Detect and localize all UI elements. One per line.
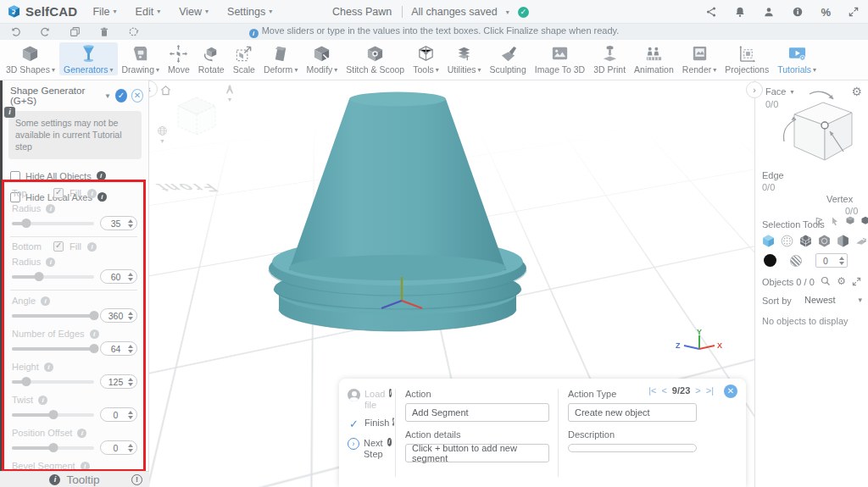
chevron-down-icon[interactable]: ▾ xyxy=(506,8,509,16)
slider-track[interactable] xyxy=(12,380,94,384)
value-input[interactable]: 360 xyxy=(100,308,137,323)
height-slider[interactable]: 125 xyxy=(10,373,137,391)
slider-handle[interactable] xyxy=(22,219,31,228)
info-icon[interactable]: i xyxy=(387,438,392,446)
tool-projections[interactable]: Projections xyxy=(721,42,773,75)
tool-animation[interactable]: Animation xyxy=(630,42,678,75)
slider-handle[interactable] xyxy=(90,311,99,320)
slider-handle[interactable] xyxy=(22,377,31,386)
top-radius-slider[interactable]: 35 xyxy=(10,214,137,233)
tool-3d-print[interactable]: 3D Print xyxy=(589,42,630,75)
search-icon[interactable] xyxy=(821,276,831,286)
share-icon[interactable] xyxy=(705,6,717,18)
camera-view-icon[interactable]: ▾ xyxy=(224,84,236,103)
selection-mode-diagram[interactable] xyxy=(779,86,860,167)
slider-track[interactable] xyxy=(12,314,94,318)
slider-handle[interactable] xyxy=(90,344,99,353)
apply-button[interactable]: ✓ xyxy=(115,89,127,102)
edge-label[interactable]: Edge xyxy=(762,170,784,180)
value-input[interactable]: 60 xyxy=(100,269,137,284)
render-mode-icon[interactable]: ▾ xyxy=(156,125,169,145)
cube-solid-icon[interactable] xyxy=(860,216,868,226)
slider-handle[interactable] xyxy=(48,443,58,452)
action-details-input[interactable]: Click + button to add new segment xyxy=(405,444,549,462)
close-panel-button[interactable]: ✕ xyxy=(131,89,143,102)
info-icon[interactable]: i xyxy=(87,189,97,198)
stepper-arrows[interactable] xyxy=(128,444,133,452)
mode-wireframe[interactable] xyxy=(798,233,813,248)
action-type-input[interactable]: Create new object xyxy=(568,403,697,422)
tool-stitch-scoop[interactable]: Stitch & Scoop xyxy=(342,42,409,75)
vertex-label[interactable]: Vertex xyxy=(826,194,853,204)
fill-checkbox[interactable] xyxy=(53,188,64,198)
last-step-button[interactable]: >| xyxy=(706,385,714,396)
alert-icon[interactable]: ! xyxy=(131,474,142,485)
edges-slider[interactable]: 64 xyxy=(10,340,137,358)
info-icon[interactable]: i xyxy=(90,329,99,339)
next-step-button-row[interactable]: › Next Step i xyxy=(348,438,392,459)
color-swatch-black[interactable] xyxy=(764,254,776,267)
tool-drawing[interactable]: Drawing▾ xyxy=(118,42,164,75)
info-icon[interactable]: i xyxy=(38,396,47,405)
menu-view[interactable]: View▾ xyxy=(175,6,224,18)
action-value-input[interactable]: Add Segment xyxy=(405,403,549,422)
tool-tools[interactable]: Tools▾ xyxy=(409,42,443,75)
twist-slider[interactable]: 0 xyxy=(10,406,137,424)
mode-plane[interactable] xyxy=(854,233,868,248)
view-cube[interactable] xyxy=(173,94,220,138)
pawn-model[interactable] xyxy=(266,91,537,338)
info-icon[interactable]: i xyxy=(81,462,90,471)
gear-icon[interactable]: ⚙ xyxy=(837,275,846,287)
mode-cube-selected[interactable] xyxy=(760,233,776,248)
load-file-step[interactable]: Load file i xyxy=(348,389,392,410)
info-icon[interactable]: i xyxy=(46,204,55,213)
value-input[interactable]: 35 xyxy=(100,216,137,230)
collapse-right-panel-button[interactable]: › xyxy=(746,81,763,98)
tool-move[interactable]: Move xyxy=(164,42,194,75)
chevron-down-icon[interactable]: ▼ xyxy=(104,92,111,100)
user-icon[interactable] xyxy=(763,6,775,18)
slider-track[interactable] xyxy=(12,413,94,417)
menu-file[interactable]: File▾ xyxy=(89,6,131,18)
value-input[interactable]: 125 xyxy=(100,374,137,389)
cube-select-icon[interactable] xyxy=(845,216,855,226)
steps-input[interactable]: 0 xyxy=(815,253,848,268)
stepper-arrows[interactable] xyxy=(128,273,133,281)
stepper-arrows[interactable] xyxy=(128,219,133,228)
info-icon[interactable] xyxy=(792,6,804,18)
finish-step[interactable]: ✓ Finish i xyxy=(348,418,392,430)
menu-settings[interactable]: Settings▾ xyxy=(224,6,287,18)
slider-track[interactable] xyxy=(12,275,94,279)
value-input[interactable]: 0 xyxy=(100,440,137,455)
stepper-arrows[interactable] xyxy=(128,345,133,353)
tool-3d-shapes[interactable]: 3D Shapes▾ xyxy=(2,42,59,75)
tool-scale[interactable]: Scale xyxy=(229,42,259,75)
description-input[interactable] xyxy=(568,444,697,452)
home-icon[interactable] xyxy=(159,85,172,97)
tool-tutorials[interactable]: Tutorials▾ xyxy=(773,42,821,75)
slider-track[interactable] xyxy=(12,347,94,351)
slider-handle[interactable] xyxy=(35,272,44,281)
close-tutorial-button[interactable]: ✕ xyxy=(724,385,737,398)
expand-icon[interactable] xyxy=(852,277,861,286)
angle-slider[interactable]: 360 xyxy=(10,307,137,325)
bell-icon[interactable] xyxy=(734,6,746,18)
mode-object[interactable] xyxy=(816,233,832,248)
tool-utilities[interactable]: Utilities▾ xyxy=(443,42,486,75)
info-icon[interactable]: i xyxy=(87,242,97,252)
info-icon[interactable]: i xyxy=(77,429,86,438)
fullscreen-icon[interactable] xyxy=(848,6,860,18)
info-icon[interactable]: i xyxy=(392,418,394,426)
tool-render[interactable]: Render▾ xyxy=(678,42,721,75)
info-icon[interactable]: i xyxy=(41,296,50,306)
info-icon[interactable]: i xyxy=(46,257,55,267)
fill-checkbox[interactable] xyxy=(53,241,64,252)
stepper-arrows[interactable] xyxy=(128,411,133,419)
value-input[interactable]: 64 xyxy=(100,341,137,356)
info-icon[interactable]: i xyxy=(389,389,392,397)
tool-deform[interactable]: Deform▾ xyxy=(259,42,302,75)
tooltip-bar[interactable]: i Tooltip ! xyxy=(0,471,149,487)
mode-half[interactable] xyxy=(835,233,850,248)
bottom-radius-slider[interactable]: 60 xyxy=(10,268,137,286)
value-input[interactable]: 0 xyxy=(100,407,137,422)
